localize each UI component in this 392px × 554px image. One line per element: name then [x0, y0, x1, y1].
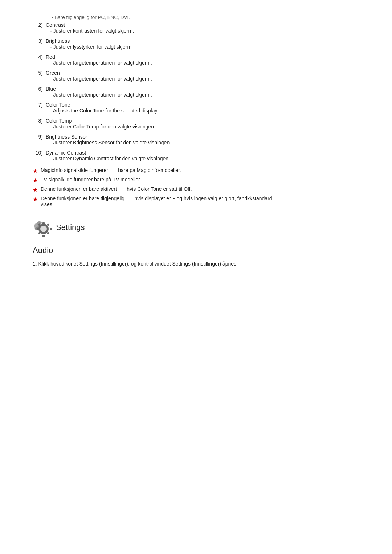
item-title-3: Brightness: [46, 38, 70, 44]
numbered-list: 2) Contrast - Justerer kontrasten for va…: [33, 22, 359, 164]
note-text-4-cont: vises.: [41, 201, 272, 207]
intro-line: - Bare tilgjengelig for PC, BNC, DVI.: [52, 15, 359, 20]
list-item-8: 8) Color Temp - Justerer Color Temp for …: [33, 118, 359, 132]
svg-rect-5: [42, 222, 45, 224]
note-text-3: Denne funksjonen er bare aktivert hvis C…: [41, 186, 359, 192]
svg-point-4: [40, 226, 47, 232]
note-text-1: MagicInfo signalkilde fungerer bare pà M…: [41, 167, 359, 173]
item-title-9: Brightness Sensor: [46, 134, 87, 140]
notes-section: ★ MagicInfo signalkilde fungerer bare pà…: [33, 167, 359, 207]
item-sub-8: - Justerer Color Temp for den valgte vis…: [50, 124, 359, 130]
step-1-text: 1. Klikk hovedikonet Settings (Innstilli…: [33, 261, 238, 267]
note-text-4: Denne funksjonen er bare tilgjengelig hv…: [41, 196, 272, 201]
item-title-6: Blue: [46, 86, 56, 92]
item-number-5: 5): [33, 70, 43, 76]
item-number-3: 3): [33, 38, 43, 44]
star-icon-2: ★: [33, 177, 38, 184]
item-title-7: Color Tone: [46, 102, 70, 108]
list-item-6: 6) Blue - Justerer fargetemperaturen for…: [33, 86, 359, 100]
star-icon-1: ★: [33, 168, 38, 175]
item-sub-4: - Justerer fargetemperaturen for valgt s…: [50, 60, 359, 66]
item-sub-6: - Justerer fargetemperaturen for valgt s…: [50, 92, 359, 98]
list-item-9: 9) Brightness Sensor - Justerer Brightne…: [33, 134, 359, 148]
item-sub-5: - Justerer fargetemperaturen for valgt s…: [50, 76, 359, 82]
svg-rect-6: [42, 235, 45, 237]
item-number-7: 7): [33, 102, 43, 108]
item-sub-2: - Justerer kontrasten for valgt skjerm.: [50, 28, 359, 34]
item-sub-9: - Justerer Brightness Sensor for den val…: [50, 140, 359, 145]
list-item-4: 4) Red - Justerer fargetemperaturen for …: [33, 54, 359, 69]
item-number-8: 8): [33, 118, 43, 124]
note-3: ★ Denne funksjonen er bare aktivert hvis…: [33, 186, 359, 193]
item-title-2: Contrast: [46, 22, 65, 28]
item-sub-7: - Adjusts the Color Tone for the selecte…: [50, 108, 359, 114]
item-number-4: 4): [33, 54, 43, 60]
note-2: ★ TV signalkilde fungerer bare pà TV-mod…: [33, 177, 359, 184]
step-1: 1. Klikk hovedikonet Settings (Innstilli…: [33, 261, 359, 267]
star-icon-4: ★: [33, 196, 38, 203]
item-title-4: Red: [46, 54, 55, 60]
list-item-10: 10) Dynamic Contrast - Justerer Dynamic …: [33, 150, 359, 164]
item-sub-3: - Justerer lysstyrken for valgt skjerm.: [50, 44, 359, 50]
item-title-8: Color Temp: [46, 118, 72, 124]
list-item-2: 2) Contrast - Justerer kontrasten for va…: [33, 22, 359, 37]
note-4: ★ Denne funksjonen er bare tilgjengelig …: [33, 196, 359, 207]
list-item-7: 7) Color Tone - Adjusts the Color Tone f…: [33, 102, 359, 116]
star-icon-3: ★: [33, 186, 38, 193]
settings-title: Settings: [56, 223, 85, 232]
audio-section: Audio 1. Klikk hovedikonet Settings (Inn…: [33, 246, 359, 267]
item-title-5: Green: [46, 70, 60, 76]
settings-header: Settings: [33, 218, 359, 237]
item-number-10: 10): [33, 150, 43, 156]
note-1: ★ MagicInfo signalkilde fungerer bare pà…: [33, 167, 359, 175]
settings-icon: [33, 218, 52, 237]
list-item-3: 3) Brightness - Justerer lysstyrken for …: [33, 38, 359, 53]
svg-rect-7: [37, 228, 39, 230]
item-number-6: 6): [33, 86, 43, 92]
content-area: - Bare tilgjengelig for PC, BNC, DVI. 2)…: [33, 15, 359, 267]
item-number-2: 2): [33, 22, 43, 28]
svg-rect-8: [50, 228, 52, 230]
audio-title: Audio: [33, 246, 359, 255]
item-number-9: 9): [33, 134, 43, 140]
list-item-5: 5) Green - Justerer fargetemperaturen fo…: [33, 70, 359, 85]
item-title-10: Dynamic Contrast: [46, 150, 86, 156]
note-text-2: TV signalkilde fungerer bare pà TV-model…: [41, 177, 359, 182]
item-sub-10: - Justerer Dynamic Contrast for den valg…: [50, 156, 359, 161]
